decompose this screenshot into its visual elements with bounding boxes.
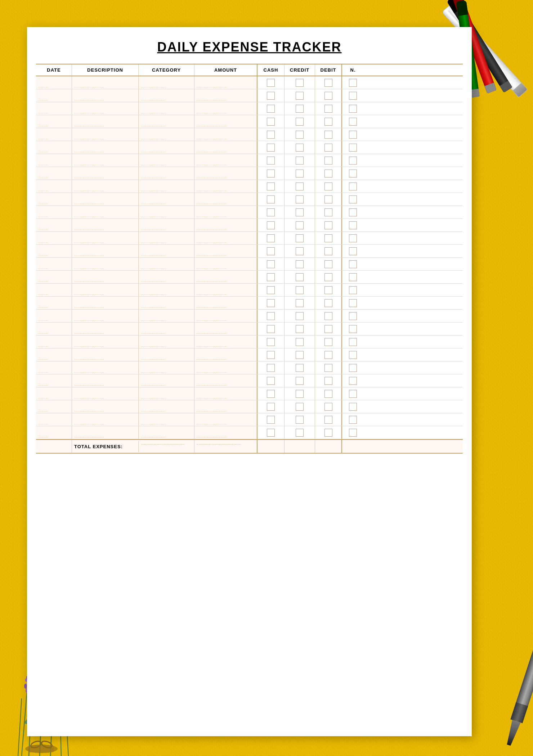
cell-category[interactable]: .................... — [139, 219, 194, 231]
cell-notes[interactable] — [342, 284, 364, 296]
checkbox-debit[interactable] — [324, 131, 332, 139]
checkbox-debit[interactable] — [324, 299, 332, 307]
checkbox-credit[interactable] — [296, 183, 304, 190]
checkbox-debit[interactable] — [324, 351, 332, 359]
cell-notes[interactable] — [342, 387, 364, 400]
cell-debit[interactable] — [315, 374, 342, 387]
checkbox-credit[interactable] — [296, 390, 304, 398]
cell-cash[interactable] — [257, 232, 285, 244]
cell-debit[interactable] — [315, 258, 342, 270]
cell-amount[interactable]: ........................ — [194, 387, 257, 400]
cell-debit[interactable] — [315, 206, 342, 219]
checkbox-notes[interactable] — [349, 325, 357, 333]
checkbox-debit[interactable] — [324, 170, 332, 177]
cell-date[interactable]: ........ — [36, 413, 72, 426]
checkbox-credit[interactable] — [296, 79, 304, 87]
cell-category[interactable]: .................... — [139, 180, 194, 193]
table-row[interactable]: ........ ........................ ......… — [36, 426, 463, 439]
checkbox-credit[interactable] — [296, 131, 304, 139]
checkbox-notes[interactable] — [349, 247, 357, 255]
checkbox-notes[interactable] — [349, 208, 357, 216]
cell-debit[interactable] — [315, 361, 342, 374]
checkbox-notes[interactable] — [349, 105, 357, 113]
cell-cash[interactable] — [257, 76, 285, 89]
cell-description[interactable]: ........................ — [72, 387, 139, 400]
cell-debit[interactable] — [315, 323, 342, 335]
checkbox-debit[interactable] — [324, 403, 332, 411]
cell-credit[interactable] — [285, 336, 315, 348]
cell-date[interactable]: ........ — [36, 154, 72, 167]
cell-cash[interactable] — [257, 271, 285, 283]
cell-date[interactable]: ........ — [36, 141, 72, 154]
checkbox-credit[interactable] — [296, 118, 304, 126]
cell-debit[interactable] — [315, 426, 342, 439]
checkbox-notes[interactable] — [349, 338, 357, 346]
checkbox-credit[interactable] — [296, 416, 304, 424]
checkbox-credit[interactable] — [296, 234, 304, 242]
cell-credit[interactable] — [285, 141, 315, 154]
checkbox-debit[interactable] — [324, 260, 332, 268]
cell-cash[interactable] — [257, 89, 285, 102]
cell-description[interactable]: ........................ — [72, 413, 139, 426]
checkbox-debit[interactable] — [324, 325, 332, 333]
cell-amount[interactable]: ........................ — [194, 245, 257, 257]
cell-amount[interactable]: ........................ — [194, 284, 257, 296]
checkbox-notes[interactable] — [349, 131, 357, 139]
checkbox-cash[interactable] — [267, 234, 275, 242]
cell-credit[interactable] — [285, 426, 315, 439]
cell-amount[interactable]: ........................ — [194, 400, 257, 413]
cell-credit[interactable] — [285, 271, 315, 283]
checkbox-notes[interactable] — [349, 195, 357, 203]
checkbox-debit[interactable] — [324, 221, 332, 229]
checkbox-notes[interactable] — [349, 273, 357, 281]
checkbox-credit[interactable] — [296, 195, 304, 203]
cell-amount[interactable]: ........................ — [194, 76, 257, 89]
checkbox-debit[interactable] — [324, 247, 332, 255]
cell-description[interactable]: ........................ — [72, 426, 139, 439]
cell-notes[interactable] — [342, 167, 364, 180]
cell-notes[interactable] — [342, 323, 364, 335]
cell-credit[interactable] — [285, 180, 315, 193]
cell-amount[interactable]: ........................ — [194, 336, 257, 348]
cell-date[interactable]: ........ — [36, 400, 72, 413]
cell-cash[interactable] — [257, 193, 285, 206]
cell-amount[interactable]: ........................ — [194, 348, 257, 361]
checkbox-notes[interactable] — [349, 79, 357, 87]
cell-date[interactable]: ........ — [36, 167, 72, 180]
checkbox-cash[interactable] — [267, 325, 275, 333]
cell-debit[interactable] — [315, 219, 342, 231]
cell-amount[interactable]: ........................ — [194, 89, 257, 102]
cell-category[interactable]: .................... — [139, 413, 194, 426]
checkbox-cash[interactable] — [267, 118, 275, 126]
checkbox-debit[interactable] — [324, 429, 332, 437]
checkbox-debit[interactable] — [324, 364, 332, 372]
cell-debit[interactable] — [315, 141, 342, 154]
cell-date[interactable]: ........ — [36, 426, 72, 439]
cell-credit[interactable] — [285, 89, 315, 102]
table-row[interactable]: ........ ........................ ......… — [36, 193, 463, 206]
checkbox-cash[interactable] — [267, 351, 275, 359]
cell-debit[interactable] — [315, 193, 342, 206]
table-row[interactable]: ........ ........................ ......… — [36, 206, 463, 219]
cell-credit[interactable] — [285, 128, 315, 141]
checkbox-notes[interactable] — [349, 377, 357, 385]
cell-description[interactable]: ........................ — [72, 245, 139, 257]
checkbox-credit[interactable] — [296, 325, 304, 333]
cell-date[interactable]: ........ — [36, 245, 72, 257]
cell-credit[interactable] — [285, 297, 315, 309]
cell-notes[interactable] — [342, 76, 364, 89]
cell-description[interactable]: ........................ — [72, 374, 139, 387]
table-row[interactable]: ........ ........................ ......… — [36, 128, 463, 141]
cell-cash[interactable] — [257, 323, 285, 335]
cell-debit[interactable] — [315, 413, 342, 426]
cell-credit[interactable] — [285, 102, 315, 115]
cell-description[interactable]: ........................ — [72, 89, 139, 102]
checkbox-cash[interactable] — [267, 157, 275, 165]
checkbox-debit[interactable] — [324, 144, 332, 152]
checkbox-cash[interactable] — [267, 208, 275, 216]
cell-notes[interactable] — [342, 89, 364, 102]
checkbox-cash[interactable] — [267, 390, 275, 398]
cell-notes[interactable] — [342, 348, 364, 361]
cell-notes[interactable] — [342, 426, 364, 439]
cell-debit[interactable] — [315, 115, 342, 128]
